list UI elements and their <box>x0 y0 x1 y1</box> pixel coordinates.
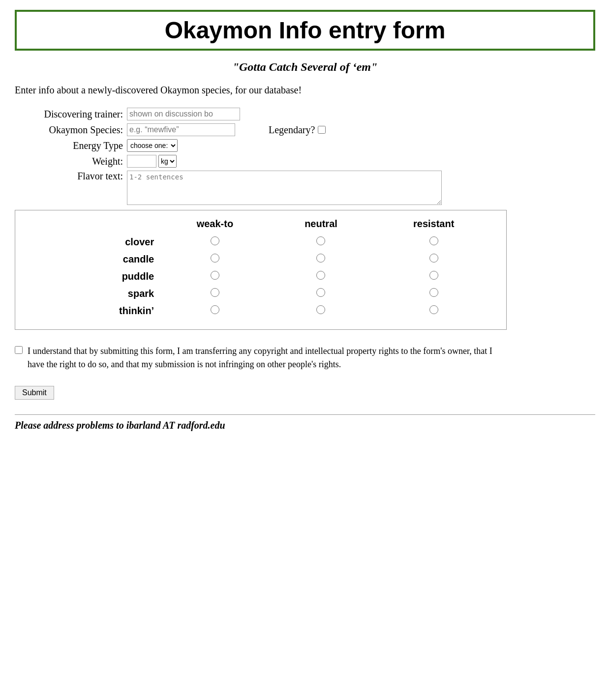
weight-controls: kg lb <box>127 155 177 168</box>
clover-neutral-radio[interactable] <box>316 236 325 245</box>
spark-resistant-radio[interactable] <box>429 288 438 297</box>
clover-resistant-radio[interactable] <box>429 236 438 245</box>
col-header-weak: weak-to <box>159 218 271 233</box>
type-name-candle: candle <box>25 251 159 268</box>
type-name-puddle: puddle <box>25 268 159 285</box>
candle-neutral-radio[interactable] <box>316 254 325 262</box>
submit-button[interactable]: Submit <box>15 386 54 400</box>
table-row: thinkin’ <box>25 302 496 320</box>
spark-neutral-radio[interactable] <box>316 288 325 297</box>
flavor-textarea[interactable] <box>127 171 442 205</box>
energy-type-row: Energy Type choose one: clover candle pu… <box>15 139 595 152</box>
species-row: Okaymon Species: Legendary? <box>15 123 595 136</box>
legendary-label-text: Legendary? <box>269 124 315 136</box>
candle-neutral-cell <box>271 251 371 268</box>
weight-label: Weight: <box>15 156 123 167</box>
weight-unit-select[interactable]: kg lb <box>158 155 177 168</box>
thinkin-weak-cell <box>159 302 271 320</box>
clover-neutral-cell <box>271 233 371 251</box>
intro-text: Enter info about a newly-discovered Okay… <box>15 85 595 96</box>
energy-type-label: Energy Type <box>15 140 123 151</box>
copyright-checkbox[interactable] <box>15 346 23 354</box>
thinkin-weak-radio[interactable] <box>211 305 219 314</box>
species-label: Okaymon Species: <box>15 124 123 136</box>
puddle-weak-cell <box>159 268 271 285</box>
page-title: Okaymon Info entry form <box>27 17 583 44</box>
puddle-resistant-radio[interactable] <box>429 271 438 280</box>
trainer-label: Discovering trainer: <box>15 109 123 120</box>
table-row: candle <box>25 251 496 268</box>
thinkin-neutral-radio[interactable] <box>316 305 325 314</box>
species-input[interactable] <box>127 123 235 136</box>
flavor-label: Flavor text: <box>15 171 123 182</box>
clover-weak-cell <box>159 233 271 251</box>
main-form: Discovering trainer: Okaymon Species: Le… <box>15 108 595 400</box>
puddle-neutral-cell <box>271 268 371 285</box>
thinkin-resistant-radio[interactable] <box>429 305 438 314</box>
spark-neutral-cell <box>271 285 371 302</box>
energy-table: weak-to neutral resistant clover candle <box>25 218 496 320</box>
col-header-name <box>25 218 159 233</box>
candle-weak-radio[interactable] <box>211 254 219 262</box>
page-title-box: Okaymon Info entry form <box>15 10 595 51</box>
puddle-weak-radio[interactable] <box>211 271 219 280</box>
table-row: puddle <box>25 268 496 285</box>
copyright-section: I understand that by submitting this for… <box>15 345 507 371</box>
trainer-input[interactable] <box>127 108 240 120</box>
energy-table-header-row: weak-to neutral resistant <box>25 218 496 233</box>
submit-row: Submit <box>15 386 595 400</box>
legendary-section: Legendary? <box>269 124 326 136</box>
puddle-neutral-radio[interactable] <box>316 271 325 280</box>
spark-weak-cell <box>159 285 271 302</box>
copyright-text: I understand that by submitting this for… <box>28 345 507 371</box>
energy-type-select[interactable]: choose one: clover candle puddle spark t… <box>127 139 178 152</box>
candle-weak-cell <box>159 251 271 268</box>
col-header-neutral: neutral <box>271 218 371 233</box>
candle-resistant-cell <box>371 251 496 268</box>
weight-row: Weight: kg lb <box>15 155 595 168</box>
type-name-thinkin: thinkin’ <box>25 302 159 320</box>
tagline: "Gotta Catch Several of ‘em" <box>15 60 595 74</box>
thinkin-neutral-cell <box>271 302 371 320</box>
footer-text: Please address problems to ibarland AT r… <box>15 420 595 431</box>
clover-resistant-cell <box>371 233 496 251</box>
legendary-checkbox[interactable] <box>318 126 326 134</box>
thinkin-resistant-cell <box>371 302 496 320</box>
table-row: spark <box>25 285 496 302</box>
type-name-clover: clover <box>25 233 159 251</box>
weight-input[interactable] <box>127 155 156 168</box>
puddle-resistant-cell <box>371 268 496 285</box>
footer-divider <box>15 414 595 415</box>
col-header-resistant: resistant <box>371 218 496 233</box>
energy-table-container: weak-to neutral resistant clover candle <box>15 210 507 330</box>
type-name-spark: spark <box>25 285 159 302</box>
spark-weak-radio[interactable] <box>211 288 219 297</box>
flavor-row: Flavor text: <box>15 171 595 205</box>
clover-weak-radio[interactable] <box>211 236 219 245</box>
trainer-row: Discovering trainer: <box>15 108 595 120</box>
spark-resistant-cell <box>371 285 496 302</box>
table-row: clover <box>25 233 496 251</box>
candle-resistant-radio[interactable] <box>429 254 438 262</box>
